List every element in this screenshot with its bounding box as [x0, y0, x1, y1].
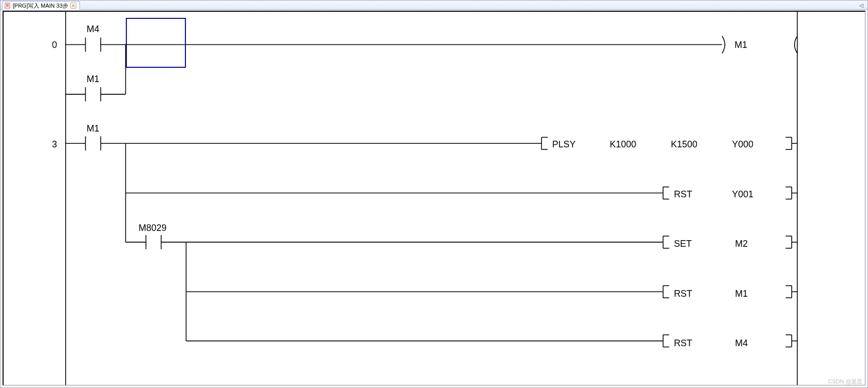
- ladder-wiring: [4, 12, 865, 385]
- svg-rect-2: [6, 5, 9, 6]
- tab-close-button[interactable]: ×: [70, 3, 76, 9]
- app-frame: [PRG]写入 MAIN 33步 × ◁ 0 3 M4 M1 M1 M8029 …: [0, 0, 868, 388]
- ladder-workspace[interactable]: 0 3 M4 M1 M1 M8029 M1 PLSY K1000 K1500 Y…: [3, 11, 865, 385]
- nav-left-icon[interactable]: ◁: [858, 2, 864, 9]
- document-tab[interactable]: [PRG]写入 MAIN 33步 ×: [2, 1, 80, 10]
- ladder-diagram: 0 3 M4 M1 M1 M8029 M1 PLSY K1000 K1500 Y…: [4, 12, 865, 385]
- svg-rect-1: [6, 4, 9, 5]
- svg-rect-3: [6, 6, 9, 7]
- tab-title: [PRG]写入 MAIN 33步: [13, 2, 68, 10]
- watermark: CSDN @里昆: [828, 378, 862, 385]
- tab-bar: [PRG]写入 MAIN 33步 × ◁: [1, 1, 867, 10]
- tab-document-icon: [5, 3, 11, 9]
